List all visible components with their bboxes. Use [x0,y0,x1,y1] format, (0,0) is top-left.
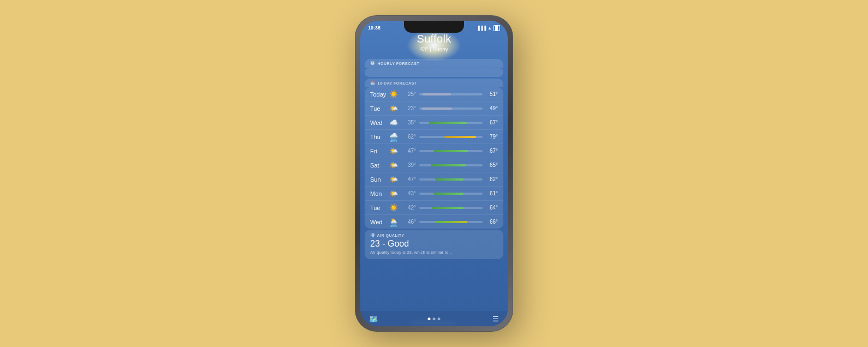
day-label: Sun [370,176,387,183]
temp-bar [419,164,483,166]
forecast-row[interactable]: Wed 🌦️30% 46° 66° [365,215,503,229]
status-time: 10:38 [368,25,381,31]
temp-bar [419,193,483,195]
air-quality-value: 23 - Good [370,239,498,249]
temp-high: 79° [486,134,498,140]
day-label: Mon [370,190,387,197]
air-quality-desc: Air quality today is 23, which is simila… [370,250,498,255]
forecast-area: 🕐 HOURLY FORECAST 📅 10-DAY FORECAST Toda… [365,59,503,310]
temp-low: 46° [404,219,416,225]
forecast-row[interactable]: Sun 🌤️ 47° 62° [365,172,503,187]
day-label: Thu [370,134,387,140]
temp-bar [419,136,483,138]
day-label: Tue [370,205,387,211]
day-label: Tue [370,105,387,112]
forecast-row[interactable]: Thu 🌧️80% 62° 79° [365,130,503,144]
weather-icon: 🌤️ [387,175,401,183]
weather-icon: 🌤️ [387,104,401,112]
temp-bar-fill [435,178,463,181]
temp-high: 64° [486,205,498,211]
forecast-row[interactable]: Wed ☁️ 35° 67° [365,116,503,130]
forecast-row[interactable]: Mon 🌤️ 43° 61° [365,187,503,201]
day-label: Wed [370,119,387,126]
dot-3 [438,318,441,320]
temp-bar [419,107,483,110]
temp-low: 47° [404,176,416,182]
temp-bar-fill [433,150,468,152]
temp-high: 67° [486,148,498,154]
battery-icon: ▊ [494,25,500,31]
temp-low: 23° [404,105,416,111]
temp-bar-fill [435,221,467,223]
temp-low: 47° [404,148,416,154]
temp-bar [419,122,483,124]
forecast-row[interactable]: Fri 🌤️ 47° 67° [365,144,503,158]
temp-high: 65° [486,162,498,168]
day-label: Sat [370,162,387,169]
temp-low: 35° [404,119,416,125]
map-icon[interactable]: 🗺️ [369,315,378,323]
forecast-row[interactable]: Tue 🌤️ 23° 49° [365,101,503,116]
forecast-10day-card: Today ☀️ 25° 51° Tue 🌤️ 23° 49° Wed ☁️ 3… [365,87,503,229]
temp-low: 62° [404,134,416,140]
phone-mockup: 10:38 ▐▐▐ ▲ ▊ Suffolk 43° | Sunny 🕐 HOUR… [355,15,513,332]
temp-high: 66° [486,219,498,225]
weather-icon: 🌦️30% [387,218,401,226]
temp-high: 61° [486,190,498,196]
temp-bar-fill [429,122,467,124]
tenday-forecast-header: 📅 10-DAY FORECAST [365,79,503,87]
weather-header: Suffolk 43° | Sunny [360,33,508,52]
temp-low: 25° [404,91,416,97]
notch [404,21,464,33]
forecast-row[interactable]: Sat 🌤️ 39° 65° [365,158,503,172]
clock-icon: 🕐 [370,61,376,65]
weather-icon: ☀️ [387,90,401,98]
dot-2 [433,318,436,320]
temp-low: 39° [404,162,416,168]
calendar-icon: 📅 [370,81,376,85]
bottom-bar: 🗺️ ☰ [360,311,508,326]
phone-screen: 10:38 ▐▐▐ ▲ ▊ Suffolk 43° | Sunny 🕐 HOUR… [360,21,508,326]
temp-high: 67° [486,119,498,125]
city-name: Suffolk [360,33,508,45]
temp-bar [419,207,483,209]
temp-low: 42° [404,205,416,211]
temp-bar-fill [432,207,463,209]
hourly-card[interactable] [365,68,503,77]
temp-bar [419,221,483,223]
weather-icon: ☀️ [387,204,401,212]
temp-bar [419,150,483,152]
day-label: Wed [370,219,387,225]
temp-low: 43° [404,190,416,196]
temp-bar [419,93,483,95]
wifi-icon: ▲ [487,26,492,31]
day-label: Fri [370,148,387,154]
temp-bar-fill [422,107,453,110]
weather-icon: 🌤️ [387,189,401,198]
weather-icon: 🌤️ [387,147,401,155]
temp-bar [419,178,483,181]
weather-icon: 🌤️ [387,161,401,169]
temp-bar-fill [444,136,476,138]
dot-1 [428,318,431,320]
current-temp-condition: 43° | Sunny [360,46,508,52]
status-icons: ▐▐▐ ▲ ▊ [477,25,500,31]
page-dots [428,318,441,320]
air-quality-label: 💨 AIR QUALITY [370,233,498,237]
temp-high: 51° [486,91,498,97]
air-quality-card[interactable]: 💨 AIR QUALITY 23 - Good Air quality toda… [365,230,503,259]
signal-icon: ▐▐▐ [477,26,486,31]
forecast-row[interactable]: Today ☀️ 25° 51° [365,87,503,101]
temp-bar-fill [423,93,451,95]
temp-high: 62° [486,176,498,182]
temp-bar-fill [433,193,464,195]
list-icon[interactable]: ☰ [492,315,499,323]
day-label: Today [370,91,387,98]
forecast-row[interactable]: Tue ☀️ 42° 64° [365,201,503,215]
wind-icon: 💨 [370,233,376,237]
temp-high: 49° [486,105,498,111]
screen-content: Suffolk 43° | Sunny 🕐 HOURLY FORECAST 📅 … [360,21,508,326]
temp-bar-fill [431,164,466,166]
weather-icon: ☁️ [387,118,401,127]
weather-icon: 🌧️80% [387,133,401,141]
